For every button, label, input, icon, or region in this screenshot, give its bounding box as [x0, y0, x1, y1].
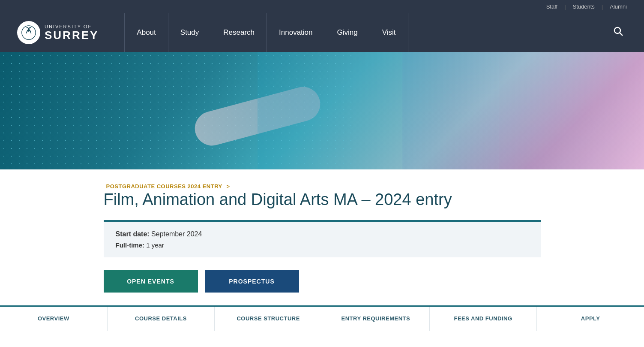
utility-bar: Staff | Students | Alumni: [0, 0, 644, 13]
prospectus-button[interactable]: PROSPECTUS: [205, 270, 299, 293]
open-events-button[interactable]: OPEN EVENTS: [104, 270, 198, 293]
staff-link[interactable]: Staff: [546, 3, 558, 10]
alumni-link[interactable]: Alumni: [610, 3, 627, 10]
nav-innovation[interactable]: Innovation: [267, 13, 325, 52]
nav-study[interactable]: Study: [168, 13, 211, 52]
course-info-box: Start date: September 2024 Full-time: 1 …: [104, 220, 541, 257]
logo-icon: [17, 21, 40, 44]
nav-visit[interactable]: Visit: [370, 13, 408, 52]
students-link[interactable]: Students: [573, 3, 595, 10]
tab-apply[interactable]: APPLY: [537, 307, 644, 331]
main-nav: UNIVERSITY OF SURREY About Study Researc…: [0, 13, 644, 52]
search-icon[interactable]: [610, 23, 627, 42]
tab-fees-funding[interactable]: FEES AND FUNDING: [430, 307, 537, 331]
page-title: Film, Animation and Digital Arts MA – 20…: [104, 190, 541, 210]
logo-link[interactable]: UNIVERSITY OF SURREY: [17, 21, 99, 44]
tab-course-details[interactable]: COURSE DETAILS: [108, 307, 215, 331]
logo-text: UNIVERSITY OF SURREY: [45, 24, 99, 42]
nav-giving[interactable]: Giving: [325, 13, 370, 52]
svg-rect-4: [258, 52, 499, 169]
tab-navigation: OVERVIEW COURSE DETAILS COURSE STRUCTURE…: [0, 305, 644, 331]
fulltime-row: Full-time: 1 year: [116, 241, 529, 249]
svg-point-1: [614, 27, 620, 33]
tab-course-structure[interactable]: COURSE STRUCTURE: [215, 307, 322, 331]
nav-research[interactable]: Research: [211, 13, 267, 52]
divider-1: |: [564, 3, 566, 10]
nav-about[interactable]: About: [124, 13, 168, 52]
nav-links: About Study Research Innovation Giving V…: [124, 13, 610, 52]
hero-image: [0, 52, 644, 169]
svg-point-0: [22, 26, 36, 39]
start-date-row: Start date: September 2024: [116, 230, 529, 238]
divider-2: |: [602, 3, 603, 10]
tab-overview[interactable]: OVERVIEW: [0, 307, 108, 331]
cta-buttons: OPEN EVENTS PROSPECTUS: [104, 270, 541, 293]
svg-line-2: [620, 33, 623, 36]
content-area: POSTGRADUATE COURSES 2024 ENTRY > Film, …: [87, 169, 558, 293]
breadcrumb[interactable]: POSTGRADUATE COURSES 2024 ENTRY >: [104, 183, 230, 190]
tab-entry-requirements[interactable]: ENTRY REQUIREMENTS: [322, 307, 430, 331]
